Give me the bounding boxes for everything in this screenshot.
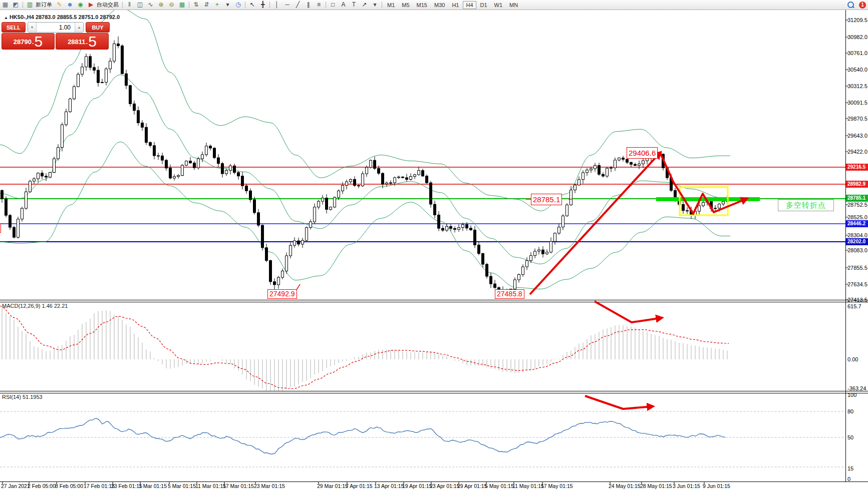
time-axis-tick: 3 Jun 01:15	[673, 483, 700, 489]
timeframe-w1[interactable]: W1	[491, 1, 506, 9]
chart-canvas[interactable]	[0, 0, 868, 490]
price-annotation[interactable]: 27485.8	[495, 289, 524, 299]
volume-stepper[interactable]: ▾ 1.00 ▴	[28, 22, 84, 33]
sell-price-box[interactable]: 28790.5	[2, 33, 55, 50]
volume-value[interactable]: 1.00	[37, 23, 75, 32]
volume-down-icon[interactable]: ▾	[28, 23, 37, 32]
timeframe-d1[interactable]: D1	[477, 1, 490, 9]
buy-price-dot: .	[86, 36, 88, 48]
text-mark-icon[interactable]: T	[349, 1, 359, 9]
toolbar-separator	[23, 2, 23, 8]
time-axis-tick: 23 Apr 01:15	[430, 483, 460, 489]
signals-icon[interactable]: ◉	[75, 1, 86, 9]
candle-chart-mode-icon[interactable]: ◫	[135, 1, 145, 9]
add-indicator-icon[interactable]: +	[212, 1, 222, 9]
timeframe-h4[interactable]: H4	[463, 1, 476, 9]
shapes-icon[interactable]: □	[328, 1, 338, 9]
rsi-axis-tick: 100	[847, 392, 856, 398]
vertical-line-icon[interactable]: │	[271, 1, 282, 9]
price-axis-tick: 27634.5	[847, 281, 867, 287]
price-axis-tick: 28525.0	[847, 214, 867, 220]
collapse-triangle-icon[interactable]: ▲	[4, 16, 8, 20]
timeframe-h1[interactable]: H1	[449, 1, 462, 9]
crosshair-icon[interactable]: ╋	[257, 1, 268, 9]
bar-chart-mode-icon[interactable]: ‖	[124, 1, 135, 9]
macd-axis-tick: 0.00	[847, 356, 858, 362]
price-axis-tick: 30982.0	[847, 34, 867, 40]
channel-icon[interactable]: ∥	[303, 1, 314, 9]
time-axis-tick: 27 Jan 2021	[1, 483, 30, 489]
new-order-label[interactable]: 新订单	[35, 1, 54, 9]
time-axis-tick: 8 Feb 05:00	[55, 483, 83, 489]
buy-button[interactable]: BUY	[86, 22, 110, 33]
symbol-ohlc-text: HK50-,H4 28783.0 28855.5 28751.0 28792.0	[10, 14, 120, 20]
new-order-icon[interactable]: ▥	[25, 1, 35, 9]
toolbar-separator	[189, 2, 189, 8]
time-axis-tick: 5 Mar 01:15	[168, 483, 196, 489]
text-label-icon[interactable]: A	[338, 1, 349, 9]
main-toolbar: ▦◩▥新订单✎☻◉▶自动交易‖◫∿⊕⊖▦⇅⇵+▾◷↖╋│─╱∥≡□AT↗▾M1M…	[0, 0, 868, 10]
price-axis-tick: 29870.5	[847, 116, 867, 122]
time-axis-tick: 23 Mar 01:15	[254, 483, 285, 489]
tile-windows-icon[interactable]: ▦	[177, 1, 187, 9]
cursor-icon[interactable]: ↖	[247, 1, 257, 9]
timeframe-m30[interactable]: M30	[431, 1, 448, 9]
add-indicator-caret-icon[interactable]: ▾	[222, 1, 233, 9]
rsi-axis-tick: 0	[847, 476, 850, 482]
zoom-in-icon[interactable]: ⊕	[156, 1, 166, 9]
toolbar-separator	[122, 2, 123, 8]
trendline-icon[interactable]: ╱	[293, 1, 303, 9]
toolbar-separator	[269, 2, 270, 8]
price-axis-tick: 30540.0	[847, 67, 867, 73]
arrows-caret-icon[interactable]: ▾	[370, 1, 380, 9]
price-annotation[interactable]: 29406.6	[627, 147, 658, 159]
sell-button[interactable]: SELL	[2, 22, 26, 33]
time-axis-tick: 24 May 01:15	[609, 483, 641, 489]
price-axis-tick: 27413.5	[847, 297, 867, 303]
symbol-ohlc-header: ▲HK50-,H4 28783.0 28855.5 28751.0 28792.…	[4, 14, 120, 20]
timeframe-m5[interactable]: M5	[399, 1, 412, 9]
time-axis-tick: 17 Feb 01:15	[84, 483, 115, 489]
autotrading-icon[interactable]: ▶	[86, 1, 96, 9]
turning-point-note[interactable]: 多空转折点	[778, 199, 834, 211]
toolbar-separator	[326, 2, 326, 8]
arrows-tool-icon[interactable]: ↗	[359, 1, 370, 9]
rsi-axis-tick: 15	[847, 465, 853, 471]
indicator-list-icon[interactable]: ⇅	[191, 1, 201, 9]
buy-price-main: 28811	[68, 36, 85, 48]
horizontal-line-icon[interactable]: ─	[282, 1, 293, 9]
time-axis-tick: 29 Apr 01:15	[457, 483, 487, 489]
line-chart-mode-icon[interactable]: ∿	[145, 1, 156, 9]
time-axis-tick: 9 Jun 01:15	[703, 483, 730, 489]
price-annotation[interactable]: 27492.9	[267, 289, 297, 299]
toolbar-separator	[382, 2, 382, 8]
timeframe-mn[interactable]: MN	[506, 1, 521, 9]
price-level-tag: 29216.5	[846, 164, 868, 171]
community-icon[interactable]: ☻	[65, 1, 75, 9]
chart-preview-icon[interactable]: ◩	[11, 1, 21, 9]
price-axis-tick: 31209.5	[847, 17, 867, 23]
volume-up-icon[interactable]: ▴	[75, 23, 83, 32]
timeframe-m15[interactable]: M15	[414, 1, 430, 9]
time-axis-tick: 28 May 01:15	[640, 483, 672, 489]
rsi-axis-tick: 50	[847, 434, 853, 440]
search-icon[interactable]	[847, 2, 854, 8]
price-axis-tick: 29643.0	[847, 133, 867, 139]
zoom-out-icon[interactable]: ⊖	[166, 1, 177, 9]
buy-price-box[interactable]: 28811.5	[56, 33, 109, 50]
price-axis-tick: 28304.0	[847, 232, 867, 238]
macd-indicator-label: MACD(12,26,9) 1.46 22.21	[2, 303, 68, 309]
time-axis-tick: 11 Mar 01:15	[195, 483, 226, 489]
fibonacci-icon[interactable]: ≡	[314, 1, 324, 9]
price-axis-tick: 28083.0	[847, 247, 867, 253]
period-clock-icon[interactable]: ◷	[233, 1, 243, 9]
price-annotation[interactable]: 2	[0, 223, 1, 233]
price-annotation[interactable]: 28785.1	[531, 194, 562, 205]
timeframe-m1[interactable]: M1	[384, 1, 398, 9]
notifications-badge[interactable]: 1	[859, 2, 866, 9]
rsi-indicator-label: RSI(14) 51.1953	[2, 394, 43, 400]
autotrading-label[interactable]: 自动交易	[96, 1, 121, 9]
crayon-icon[interactable]: ✎	[54, 1, 65, 9]
charts-grid-icon[interactable]: ▦	[0, 1, 11, 9]
indicator-window-icon[interactable]: ⇵	[201, 1, 212, 9]
